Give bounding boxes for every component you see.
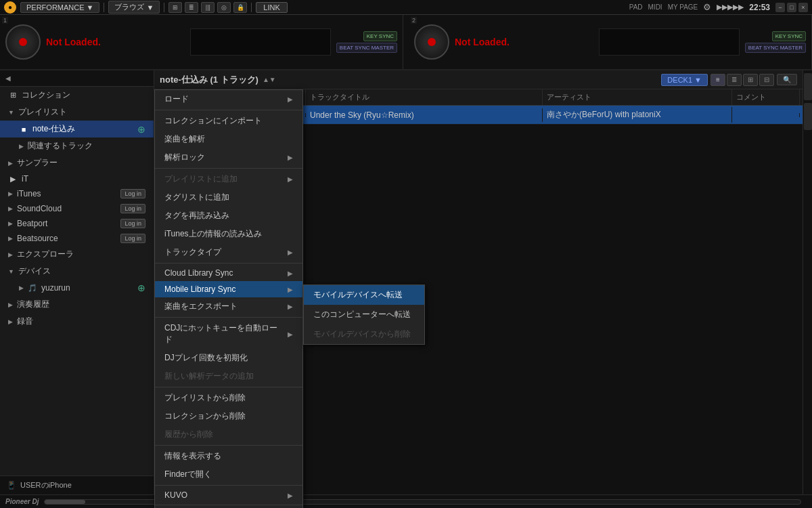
menu-item-remove-playlist[interactable]: プレイリストから削除	[155, 389, 302, 407]
minimize-button[interactable]: −	[775, 3, 785, 12]
device-add-icon[interactable]: ⊕	[137, 282, 145, 293]
submenu-item-send-mobile[interactable]: モバイルデバイスへ転送	[304, 285, 424, 305]
right-panel	[803, 70, 812, 494]
deck-2-key-sync[interactable]: KEY SYNC	[772, 31, 806, 41]
deck-area: 1 Not Loaded. KEY SYNC BEAT SYNC MASTER …	[0, 15, 812, 70]
th-comment[interactable]: コメント	[732, 89, 800, 105]
deck-selector-button[interactable]: DECK1 ▼	[661, 74, 708, 86]
sidebar-item-sampler[interactable]: ▶ サンプラー	[0, 154, 154, 171]
menu-item-analysis-lock[interactable]: 解析ロック ▶	[155, 148, 302, 167]
midi-label: MIDI	[648, 3, 662, 11]
itunes-login-badge[interactable]: Log in	[120, 189, 145, 198]
menu-item-reload-tags[interactable]: タグを再読み込み	[155, 207, 302, 225]
iphone-label: USERのiPhone	[20, 480, 72, 490]
browse-button[interactable]: ブラウズ ▼	[108, 1, 160, 14]
close-button[interactable]: ×	[798, 3, 808, 12]
app-logo[interactable]: ●	[4, 1, 16, 14]
artwork-view-button[interactable]: ⊟	[759, 74, 774, 86]
deck-1-spinner[interactable]	[5, 24, 41, 60]
kuvo-arrow-icon: ▶	[288, 492, 293, 499]
performance-button[interactable]: PERFORMANCE ▼	[20, 2, 99, 13]
sidebar-item-playlist[interactable]: ▼ プレイリスト	[0, 104, 154, 121]
sidebar-item-it[interactable]: ▶ iT	[0, 171, 154, 186]
menu-item-export[interactable]: 楽曲をエクスポート ▶	[155, 297, 302, 316]
menu-item-load[interactable]: ロード ▶	[155, 90, 302, 108]
submenu-item-send-computer[interactable]: このコンピューターへ転送	[304, 305, 424, 324]
menu-item-mobile-sync[interactable]: Mobile Library Sync ▶	[155, 281, 302, 297]
sidebar-item-beatsource[interactable]: ▶ Beatsource Log in	[0, 231, 154, 246]
right-panel-button-1[interactable]	[804, 73, 812, 100]
deck-1-info: Not Loaded.	[46, 37, 185, 47]
menu-item-show-info[interactable]: 情報を表示する	[155, 447, 302, 465]
menu-separator-2	[155, 168, 302, 169]
sidebar-item-related[interactable]: ▶ 関連するトラック	[0, 137, 154, 154]
history-expand-icon: ▶	[8, 301, 13, 308]
sidebar-collapse-button[interactable]: ◀	[0, 70, 154, 87]
menu-separator-3	[155, 263, 302, 263]
soundcloud-expand-icon: ▶	[8, 205, 13, 212]
deck-2-beat-sync[interactable]: BEAT SYNC MASTER	[745, 43, 806, 53]
yuzurun-expand-icon: ▶	[19, 284, 24, 291]
lock-icon[interactable]: 🔒	[233, 2, 247, 13]
sidebar-item-itunes[interactable]: ▶ iTunes Log in	[0, 186, 154, 201]
restore-button[interactable]: □	[787, 3, 796, 12]
sidebar-item-devices[interactable]: ▼ デバイス	[0, 263, 154, 280]
submenu: モバイルデバイスへ転送 このコンピューターへ転送 モバイルデバイスから削除	[303, 284, 425, 345]
view-buttons: ≡ ≣ ⊞ ⊟	[710, 74, 774, 86]
link-button[interactable]: LINK	[256, 2, 287, 13]
sidebar-item-beatport[interactable]: ▶ Beatport Log in	[0, 216, 154, 231]
list-view-button[interactable]: ≡	[710, 74, 725, 86]
detail-view-button[interactable]: ≣	[727, 74, 742, 86]
scrollbar-thumb[interactable]	[45, 500, 85, 504]
separator	[104, 3, 104, 12]
auto-hotcue-arrow-icon: ▶	[288, 331, 293, 338]
menu-item-kuvo[interactable]: KUVO ▶	[155, 487, 302, 503]
deck-2-info: Not Loaded.	[455, 37, 593, 47]
sidebar-item-soundcloud[interactable]: ▶ SoundCloud Log in	[0, 201, 154, 216]
grid-view-button[interactable]: ⊞	[743, 74, 758, 86]
sidebar-item-recording[interactable]: ▶ 録音	[0, 313, 154, 330]
right-panel-button-2[interactable]	[804, 103, 812, 130]
menu-item-remove-collection[interactable]: コレクションから削除	[155, 407, 302, 425]
recording-expand-icon: ▶	[8, 318, 13, 325]
sidebar-item-explorer[interactable]: ▶ エクスプローラ	[0, 246, 154, 263]
related-expand-icon: ▶	[19, 143, 24, 150]
gear-icon[interactable]: ⚙	[703, 2, 711, 12]
menu-item-open-finder[interactable]: Finderで開く	[155, 465, 302, 484]
playlist-add-icon[interactable]: ⊕	[137, 124, 145, 135]
beatsource-login-badge[interactable]: Log in	[120, 234, 145, 243]
search-button[interactable]: 🔍	[777, 74, 797, 85]
bars-icon[interactable]: |||	[201, 2, 215, 13]
beatsource-expand-icon: ▶	[8, 235, 13, 242]
deck-1-center	[19, 38, 27, 46]
top-bar-right: PAD MIDI MY PAGE ⚙ ▶▶▶▶▶ 22:53 − □ ×	[629, 2, 808, 12]
title-arrow-icon[interactable]: ▲▼	[263, 76, 276, 83]
deck-2-spinner[interactable]	[414, 24, 449, 60]
sidebar-item-note-playlist[interactable]: ■ note-仕込み ⊕	[0, 121, 154, 137]
th-artist[interactable]: アーティスト	[543, 89, 732, 105]
deck-1-beat-sync[interactable]: BEAT SYNC MASTER	[336, 43, 397, 53]
soundcloud-login-badge[interactable]: Log in	[120, 204, 145, 213]
menu-item-import-collection[interactable]: コレクションにインポート	[155, 112, 302, 130]
itunes-expand-icon: ▶	[8, 190, 13, 197]
sidebar-item-collection[interactable]: ⊞ コレクション	[0, 87, 154, 104]
deck-2-status: Not Loaded.	[455, 37, 593, 47]
load-arrow-icon: ▶	[288, 96, 293, 103]
deck-1-key-sync[interactable]: KEY SYNC	[363, 31, 397, 41]
th-title[interactable]: トラックタイトル	[306, 89, 543, 105]
deck-1-status: Not Loaded.	[46, 37, 185, 47]
menu-item-load-itunes[interactable]: iTunes上の情報の読み込み	[155, 225, 302, 243]
beatport-login-badge[interactable]: Log in	[120, 219, 145, 228]
headphone-icon[interactable]: ◎	[217, 2, 231, 13]
menu-item-add-taglist[interactable]: タグリストに追加	[155, 188, 302, 207]
list-icon[interactable]: ≣	[185, 2, 198, 13]
menu-item-auto-hotcue[interactable]: CDJにホットキューを自動ロード ▶	[155, 319, 302, 349]
menu-item-cloud-sync[interactable]: Cloud Library Sync ▶	[155, 265, 302, 281]
menu-item-analyze[interactable]: 楽曲を解析	[155, 130, 302, 148]
sidebar-item-history[interactable]: ▶ 演奏履歴	[0, 296, 154, 313]
grid-icon[interactable]: ⊞	[168, 2, 182, 13]
separator	[251, 3, 252, 12]
menu-item-reset-play-count[interactable]: DJプレイ回数を初期化	[155, 349, 302, 367]
menu-item-track-type[interactable]: トラックタイプ ▶	[155, 243, 302, 261]
sidebar-item-yuzurun[interactable]: ▶ 🎵 yuzurun ⊕	[0, 280, 154, 296]
